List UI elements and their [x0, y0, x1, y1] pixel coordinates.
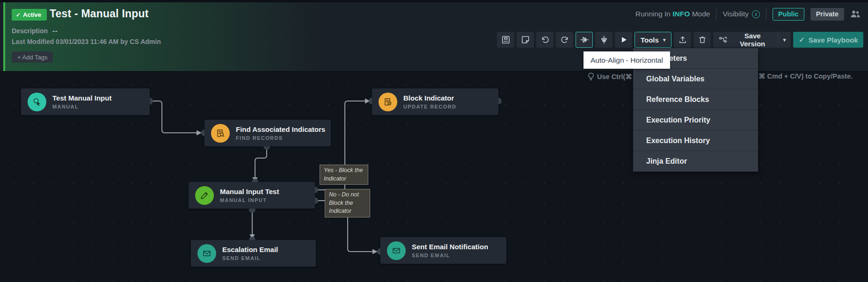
playbook-form-button[interactable] — [497, 32, 514, 48]
node-title: Find Associated Indicators — [236, 125, 325, 134]
page-title: Test - Manual Input — [50, 7, 149, 20]
users-icon[interactable] — [850, 10, 861, 18]
node-test-manual-input[interactable]: Test Manual Input MANUAL — [21, 88, 150, 115]
visibility-group: Visibility i — [722, 10, 760, 18]
copy-paste-hint-right: ⌘ Cmd + C/V) to Copy/Paste. — [759, 72, 853, 80]
public-button[interactable]: Public — [773, 8, 804, 21]
toolbar: Tools ▾ Save Version ▾ — [497, 32, 863, 48]
node-subtitle: UPDATE RECORD — [403, 104, 456, 109]
status-badge-label: Active — [23, 11, 41, 18]
node-text: Sent Email Notification SEND EMAIL — [412, 243, 488, 259]
find-records-icon — [211, 124, 230, 143]
save-version-caret[interactable]: ▾ — [778, 32, 791, 48]
playbook-editor: ✓ Active Test - Manual Input Description… — [0, 0, 868, 282]
menu-item-execution-history[interactable]: Execution History — [633, 130, 758, 151]
hint-right-text: ⌘ Cmd + C/V) to Copy/Paste. — [759, 72, 853, 80]
note-icon — [521, 36, 530, 44]
node-subtitle: FIND RECORDS — [236, 135, 325, 141]
version-icon — [719, 36, 727, 44]
status-badge: ✓ Active — [12, 9, 47, 21]
running-mode-text: Running In INFO Mode — [635, 10, 710, 18]
divider — [766, 8, 766, 20]
node-title: Block Indicator — [403, 94, 456, 103]
node-title: Manual Input Test — [220, 188, 279, 196]
save-version-label: Save Version — [732, 32, 773, 48]
note-button[interactable] — [517, 32, 534, 48]
description-label: Description — [12, 27, 48, 35]
node-title: Sent Email Notification — [412, 243, 488, 252]
update-record-icon — [379, 93, 397, 111]
edge-line — [255, 146, 267, 178]
tools-menu-button[interactable]: Tools ▾ — [635, 32, 671, 48]
node-sent-email-notification[interactable]: Sent Email Notification SEND EMAIL — [380, 237, 506, 264]
run-playbook-button[interactable] — [615, 32, 632, 48]
play-icon — [620, 36, 628, 44]
node-text: Find Associated Indicators FIND RECORDS — [236, 125, 325, 141]
description-value: -- — [52, 27, 58, 35]
edge-label-yes[interactable]: Yes - Block the Indicator — [320, 165, 368, 185]
private-button[interactable]: Private — [810, 8, 844, 21]
node-manual-input-test[interactable]: Manual Input Test MANUAL INPUT — [189, 182, 315, 209]
lightbulb-icon — [588, 72, 594, 80]
undo-button[interactable] — [536, 32, 554, 48]
auto-align-vertical-icon — [600, 36, 608, 44]
node-subtitle: SEND EMAIL — [412, 253, 488, 258]
node-text: Test Manual Input MANUAL — [52, 94, 111, 110]
visibility-label: Visibility — [722, 10, 749, 18]
node-text: Escalation Email SEND EMAIL — [222, 246, 278, 261]
trash-icon — [698, 36, 707, 44]
menu-item-execution-priority[interactable]: Execution Priority — [633, 110, 758, 130]
auto-align-tooltip: Auto-Align - Horizontal — [584, 51, 670, 69]
copy-paste-hint-left: Use Ctrl(⌘ — [588, 72, 632, 80]
hint-left-text: Use Ctrl(⌘ — [597, 73, 632, 80]
delete-button[interactable] — [693, 32, 711, 48]
menu-item-jinja-editor[interactable]: Jinja Editor — [633, 151, 758, 172]
manual-input-icon — [195, 186, 214, 205]
check-icon: ✓ — [16, 12, 21, 18]
info-icon[interactable]: i — [752, 10, 760, 18]
chevron-down-icon: ▾ — [663, 37, 666, 43]
undo-icon — [541, 36, 549, 44]
header-accent-bar — [3, 2, 5, 71]
divider — [716, 8, 716, 20]
node-text: Manual Input Test MANUAL INPUT — [220, 188, 279, 203]
send-email-icon — [197, 244, 216, 263]
last-modified-text: Last Modified 03/01/2023 11:46 AM by CS … — [12, 38, 161, 45]
node-escalation-email[interactable]: Escalation Email SEND EMAIL — [191, 240, 316, 267]
node-block-indicator[interactable]: Block Indicator UPDATE RECORD — [372, 88, 498, 115]
manual-trigger-icon — [28, 93, 46, 111]
node-title: Escalation Email — [222, 246, 278, 254]
edge-label-no[interactable]: No - Do not Block the Indicator — [325, 189, 370, 217]
add-tags-button[interactable]: + Add Tags — [12, 51, 53, 63]
upload-icon — [678, 36, 687, 44]
running-mode-value: INFO — [672, 10, 690, 18]
form-icon — [502, 36, 510, 44]
menu-item-reference-blocks[interactable]: Reference Blocks — [633, 89, 758, 110]
tools-label: Tools — [641, 36, 659, 44]
auto-align-horizontal-button[interactable] — [576, 32, 593, 48]
auto-align-horizontal-icon — [580, 36, 589, 44]
running-prefix: Running In — [635, 10, 671, 18]
menu-item-global-variables[interactable]: Global Variables — [633, 69, 758, 89]
meta-row: Running In INFO Mode Visibility i Public… — [635, 7, 861, 21]
save-playbook-label: Save Playbook — [809, 36, 858, 44]
node-find-associated-indicators[interactable]: Find Associated Indicators FIND RECORDS — [204, 120, 331, 146]
node-subtitle: MANUAL INPUT — [220, 197, 279, 203]
edge-line — [150, 101, 197, 133]
redo-button[interactable] — [556, 32, 573, 48]
export-button[interactable] — [674, 32, 691, 48]
description-row: Description-- — [12, 27, 58, 35]
node-title: Test Manual Input — [52, 94, 111, 103]
redo-icon — [561, 36, 569, 44]
node-subtitle: MANUAL — [52, 104, 111, 109]
running-suffix: Mode — [692, 10, 710, 18]
send-email-icon — [387, 241, 406, 260]
check-icon: ✓ — [799, 36, 805, 44]
auto-align-vertical-button[interactable] — [595, 32, 613, 48]
node-subtitle: SEND EMAIL — [222, 255, 278, 261]
save-playbook-button[interactable]: ✓ Save Playbook — [793, 32, 863, 48]
node-text: Block Indicator UPDATE RECORD — [403, 94, 456, 110]
save-version-button[interactable]: Save Version ▾ — [713, 32, 791, 48]
